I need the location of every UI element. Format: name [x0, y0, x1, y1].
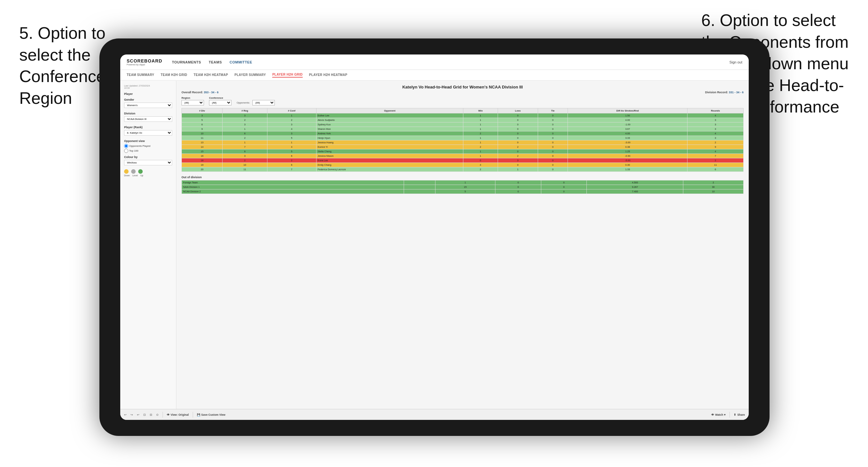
- legend-dots: [124, 169, 172, 174]
- main-table: # Div # Reg # Conf Opponent Win Loss Tie…: [182, 108, 744, 172]
- share-btn[interactable]: ⬆ Share: [734, 413, 745, 416]
- data-title: Katelyn Vo Head-to-Head Grid for Women's…: [182, 85, 744, 89]
- opponent-view-radio-group: Opponents Played Top 100: [124, 144, 172, 153]
- nav-teams[interactable]: TEAMS: [209, 60, 222, 64]
- watch-chevron: ▾: [724, 413, 725, 416]
- opponent-view-label: Opponent view: [124, 139, 172, 143]
- watch-btn[interactable]: 👁 Watch ▾: [711, 413, 725, 416]
- player-label: Player: [124, 92, 172, 95]
- logo-area: SCOREBOARD Powered by clippd: [127, 58, 162, 66]
- save-custom-btn[interactable]: 💾 Save Custom View: [197, 413, 225, 416]
- logo-text: SCOREBOARD: [127, 58, 162, 63]
- separator-1: [162, 412, 163, 418]
- gender-select[interactable]: Women's: [124, 102, 172, 108]
- sub-nav-player-summary[interactable]: PLAYER SUMMARY: [235, 73, 266, 77]
- conference-filter: Conference (All): [209, 96, 231, 105]
- table-row: 19 10 6 Emily Chang 4 0 0 0.30 11: [182, 163, 744, 167]
- undo-icon[interactable]: ↩: [124, 413, 127, 416]
- sub-nav-player-h2h-grid[interactable]: PLAYER H2H GRID: [272, 73, 303, 77]
- table-row: 13 1 1 Jessica Huang 1 0 0 -3.00 2: [182, 141, 744, 145]
- table-row: 20 11 7 Federica Domecq Lacroze 2 1 0 1.…: [182, 167, 744, 172]
- division-label: Division: [124, 112, 172, 115]
- th-tie: Tie: [538, 108, 568, 114]
- tablet-frame: SCOREBOARD Powered by clippd TOURNAMENTS…: [99, 38, 770, 436]
- opponents-played-radio[interactable]: Opponents Played: [124, 144, 172, 148]
- table-header-row: # Div # Reg # Conf Opponent Win Loss Tie…: [182, 108, 744, 114]
- table-row: 18 2 2 Euna Lee 0 3 0 -5.00 2: [182, 158, 744, 163]
- th-rounds: Rounds: [687, 108, 744, 114]
- th-win: Win: [463, 108, 498, 114]
- colour-by-select[interactable]: Win/loss: [124, 160, 172, 165]
- region-filter: Region (All): [182, 96, 204, 105]
- logo-sub: Powered by clippd: [127, 63, 162, 66]
- crop-icon[interactable]: ⊡: [143, 413, 146, 416]
- nav-items: TOURNAMENTS TEAMS COMMITTEE: [172, 60, 730, 64]
- records-row: Overall Record: 353 - 34 - 6 Division Re…: [182, 91, 744, 94]
- sub-nav: TEAM SUMMARY TEAM H2H GRID TEAM H2H HEAT…: [120, 70, 749, 81]
- main-content: Last Updated: 27/03/2024 10:34 Player Ge…: [120, 81, 749, 409]
- timer-icon[interactable]: ⊙: [156, 413, 159, 416]
- sub-nav-team-h2h-grid[interactable]: TEAM H2H GRID: [161, 73, 187, 77]
- sub-nav-player-h2h-heatmap[interactable]: PLAYER H2H HEATMAP: [309, 73, 347, 77]
- division-record: Division Record: 331 - 34 - 6: [705, 91, 744, 94]
- opponent-filter: Opponents: (All): [237, 100, 275, 105]
- data-area: Katelyn Vo Head-to-Head Grid for Women's…: [176, 81, 749, 409]
- table-row: NCAA Division 2 5 0 0 7.400 10: [182, 189, 744, 194]
- share-icon: ⬆: [734, 413, 736, 416]
- overall-record: Overall Record: 353 - 34 - 6: [182, 91, 219, 94]
- tablet-screen: SCOREBOARD Powered by clippd TOURNAMENTS…: [120, 55, 749, 420]
- sidebar: Last Updated: 27/03/2024 10:34 Player Ge…: [120, 81, 176, 409]
- region-select[interactable]: (All): [182, 100, 204, 105]
- split-icon[interactable]: ⊟: [150, 413, 152, 416]
- out-of-division-label: Out of division: [182, 176, 744, 179]
- out-of-division-table: Foreign Team 1 0 0 4.500 2 NAIA Division…: [182, 180, 744, 194]
- opponent-select[interactable]: (All): [252, 100, 275, 105]
- colour-by-label: Colour by: [124, 155, 172, 159]
- th-reg: # Reg: [222, 108, 267, 114]
- table-row: 10 6 3 Andrea York 2 0 0 4.00 4: [182, 131, 744, 136]
- watch-icon: 👁: [711, 413, 714, 416]
- th-diff: Diff Av Strokes/Rnd: [568, 108, 687, 114]
- th-conf: # Conf: [267, 108, 316, 114]
- th-div: # Div: [182, 108, 222, 114]
- top-nav: SCOREBOARD Powered by clippd TOURNAMENTS…: [120, 55, 749, 70]
- th-opponent: Opponent: [316, 108, 463, 114]
- last-updated: Last Updated: 27/03/2024 10:34: [124, 85, 172, 89]
- table-row: 9 1 4 Sharon Mun 1 0 0 3.67 3: [182, 127, 744, 131]
- view-icon: 👁: [167, 413, 169, 416]
- table-row: 15 8 5 Stella Cheng 1 0 0 1.25 4: [182, 149, 744, 154]
- separator-3: [730, 412, 730, 418]
- dot-down: [124, 169, 129, 174]
- table-row: 16 3 6 Jessica Mason 1 2 0 -0.94 7: [182, 154, 744, 158]
- filter-row: Region (All) Conference (All) Opponen: [182, 96, 744, 105]
- table-row: 3 3 1 Esther Lee 1 0 0 1.50 4: [182, 114, 744, 118]
- sub-nav-team-summary[interactable]: TEAM SUMMARY: [127, 73, 154, 77]
- gender-label: Gender: [124, 98, 172, 101]
- player-rank-select[interactable]: 8. Katelyn Vo: [124, 130, 172, 135]
- view-original-btn[interactable]: 👁 View: Original: [167, 413, 189, 416]
- table-row: Foreign Team 1 0 0 4.500 2: [182, 181, 744, 185]
- table-row: 11 2 5 Heejo Hyun 1 0 0 3.33 3: [182, 136, 744, 141]
- table-row: 14 7 4 Eunice Yi 2 2 0 0.38 9: [182, 145, 744, 149]
- division-select[interactable]: NCAA Division III: [124, 116, 172, 122]
- table-row: 6 3 3 Sydney Kuo 1 0 0 -1.00 3: [182, 122, 744, 127]
- table-row: NAIA Division 1 15 0 0 9.267 30: [182, 185, 744, 189]
- undo2-icon[interactable]: ↩: [137, 413, 140, 416]
- top100-radio[interactable]: Top 100: [124, 149, 172, 153]
- th-loss: Loss: [498, 108, 538, 114]
- dot-up: [138, 169, 143, 174]
- conference-select[interactable]: (All): [209, 100, 231, 105]
- bottom-toolbar: ↩ ↪ ↩ ⊡ ⊟ ⊙ 👁 View: Original 💾 Save Cust…: [120, 409, 749, 420]
- save-icon: 💾: [197, 413, 200, 416]
- player-rank-label: Player (Rank): [124, 126, 172, 129]
- redo-icon[interactable]: ↪: [130, 413, 133, 416]
- nav-sign-out[interactable]: Sign out: [730, 60, 742, 64]
- dot-level: [131, 169, 136, 174]
- legend-labels: Down Level Up: [124, 174, 172, 177]
- nav-tournaments[interactable]: TOURNAMENTS: [172, 60, 201, 64]
- table-row: 5 2 2 Alexis Sudjianto 1 0 0 4.00 3: [182, 118, 744, 122]
- sub-nav-team-h2h-heatmap[interactable]: TEAM H2H HEATMAP: [194, 73, 228, 77]
- nav-committee[interactable]: COMMITTEE: [229, 60, 252, 64]
- separator-2: [193, 412, 193, 418]
